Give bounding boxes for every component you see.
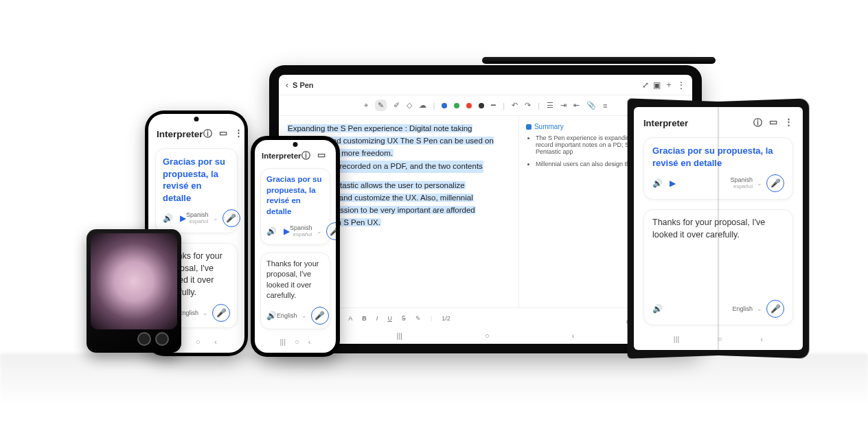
src-lang-sub: español bbox=[290, 232, 312, 237]
tablet-header: ‹ S Pen ⤢ ▣ ＋ ⋮ bbox=[279, 75, 692, 95]
flip-cameras bbox=[137, 332, 169, 346]
info-icon[interactable]: ⓘ bbox=[301, 150, 310, 162]
more-icon[interactable]: ⋮ bbox=[234, 128, 243, 140]
chevron-down-icon[interactable]: ⌄ bbox=[317, 228, 322, 235]
mic-button[interactable]: 🎤 bbox=[766, 174, 784, 192]
tgt-lang-label: English bbox=[277, 312, 297, 319]
nav-recent-icon[interactable]: ||| bbox=[674, 335, 680, 343]
floor-reflection bbox=[0, 353, 868, 429]
more-icon[interactable]: ⋮ bbox=[332, 150, 336, 162]
camera-dot bbox=[293, 142, 298, 147]
nav-home-icon[interactable]: ○ bbox=[196, 338, 201, 346]
layout-icon[interactable]: ▭ bbox=[317, 150, 326, 162]
mic-button[interactable]: 🎤 bbox=[326, 222, 336, 240]
speaker-icon[interactable]: 🔊 bbox=[163, 213, 173, 223]
undo-icon[interactable]: ↶ bbox=[512, 101, 518, 110]
source-card: Gracias por su propuesta, la revisé en d… bbox=[155, 148, 238, 233]
italic-icon[interactable]: I bbox=[376, 315, 378, 322]
speaker-icon[interactable]: 🔊 bbox=[652, 304, 663, 314]
font-icon[interactable]: A bbox=[348, 315, 352, 322]
nav-recent-icon[interactable]: ||| bbox=[397, 331, 403, 340]
align-icon[interactable]: ☰ bbox=[547, 101, 553, 110]
target-card: Thanks for your proposal, I've looked it… bbox=[260, 253, 330, 329]
info-icon[interactable]: ⓘ bbox=[203, 128, 212, 140]
target-text: Thanks for your proposal, I've looked it… bbox=[266, 259, 324, 301]
color-swatch-blue[interactable] bbox=[442, 103, 447, 108]
nav-back-icon[interactable]: ‹ bbox=[308, 338, 311, 346]
highlight-icon[interactable]: ✎ bbox=[415, 315, 421, 322]
fold-device: Interpreter ⓘ ▭ ⋮ Gracias por su propues… bbox=[628, 102, 808, 355]
speaker-icon[interactable]: 🔊 bbox=[266, 311, 277, 320]
info-icon[interactable]: ⓘ bbox=[753, 117, 762, 129]
app-title: Interpreter bbox=[643, 118, 688, 128]
app-title: Interpreter bbox=[262, 152, 301, 160]
source-card: Gracias por su propuesta, la revisé en d… bbox=[260, 168, 330, 245]
plus-icon[interactable]: ＋ bbox=[665, 79, 673, 91]
nav-back-icon[interactable]: ‹ bbox=[214, 338, 217, 346]
source-text: Gracias por su propuesta, la revisé en d… bbox=[163, 156, 230, 204]
tool-eraser-icon[interactable]: ◇ bbox=[407, 101, 412, 110]
attach-icon[interactable]: 📎 bbox=[586, 101, 596, 110]
chevron-down-icon[interactable]: ⌄ bbox=[203, 309, 208, 316]
layout-icon[interactable]: ▭ bbox=[769, 117, 777, 129]
color-swatch-red[interactable] bbox=[466, 103, 472, 108]
mic-button[interactable]: 🎤 bbox=[766, 300, 784, 318]
tool-select-icon[interactable]: ⌖ bbox=[364, 101, 368, 110]
tool-highlighter-icon[interactable]: ✐ bbox=[393, 101, 400, 110]
menu-icon[interactable]: ≡ bbox=[603, 102, 607, 110]
underline-icon[interactable]: U bbox=[387, 315, 392, 322]
stroke-icon[interactable]: ━ bbox=[491, 101, 496, 110]
play-icon[interactable]: ▶ bbox=[284, 226, 290, 236]
flip-cover-display bbox=[91, 233, 177, 329]
chevron-down-icon[interactable]: ⌄ bbox=[213, 215, 218, 222]
mic-button[interactable]: 🎤 bbox=[222, 209, 240, 227]
chevron-down-icon[interactable]: ⌄ bbox=[757, 180, 762, 187]
fold-crease bbox=[718, 107, 720, 350]
speaker-icon[interactable]: 🔊 bbox=[652, 178, 663, 188]
mic-button[interactable]: 🎤 bbox=[311, 307, 329, 325]
app-title: Interpreter bbox=[157, 129, 203, 139]
back-icon[interactable]: ‹ bbox=[286, 80, 288, 90]
zoom-label: 1/2 bbox=[442, 315, 450, 322]
window-icon[interactable]: ▣ bbox=[653, 80, 661, 90]
source-text: Gracias por su propuesta, la revisé en d… bbox=[266, 174, 324, 217]
src-lang-sub: español bbox=[730, 184, 753, 189]
tgt-lang-label: English bbox=[732, 305, 753, 312]
chevron-down-icon[interactable]: ⌄ bbox=[301, 312, 307, 319]
nav-back-icon[interactable]: ‹ bbox=[760, 335, 763, 343]
play-icon[interactable]: ▶ bbox=[180, 213, 186, 223]
outdent-icon[interactable]: ⇤ bbox=[573, 101, 580, 110]
more-icon[interactable]: ⋮ bbox=[677, 80, 685, 90]
speaker-icon[interactable]: 🔊 bbox=[266, 226, 277, 236]
phone-small-device: Interpreter ⓘ ▭ ⋮ Gracias por su propues… bbox=[251, 136, 340, 357]
color-swatch-black[interactable] bbox=[479, 103, 484, 108]
indent-icon[interactable]: ⇥ bbox=[560, 101, 567, 110]
breadcrumb: S Pen bbox=[293, 81, 314, 89]
expand-icon[interactable]: ⤢ bbox=[642, 80, 649, 90]
src-lang-sub: español bbox=[186, 219, 209, 224]
tool-cloud-icon[interactable]: ☁ bbox=[419, 101, 426, 110]
color-swatch-green[interactable] bbox=[454, 103, 459, 108]
nav-home-icon[interactable]: ○ bbox=[295, 338, 299, 346]
chevron-down-icon[interactable]: ⌄ bbox=[757, 305, 762, 312]
more-icon[interactable]: ⋮ bbox=[784, 117, 793, 129]
mic-button[interactable]: 🎤 bbox=[212, 304, 230, 322]
flip-device bbox=[87, 229, 181, 353]
play-icon[interactable]: ▶ bbox=[670, 178, 676, 188]
layout-icon[interactable]: ▭ bbox=[219, 128, 227, 140]
camera-dot bbox=[194, 117, 199, 121]
redo-icon[interactable]: ↷ bbox=[525, 101, 531, 110]
bold-icon[interactable]: B bbox=[362, 315, 367, 322]
nav-back-icon[interactable]: ‹ bbox=[572, 331, 575, 340]
strike-icon[interactable]: S̶ bbox=[402, 315, 406, 322]
tool-pen-icon[interactable]: ✎ bbox=[375, 100, 387, 111]
nav-home-icon[interactable]: ○ bbox=[485, 331, 490, 340]
nav-recent-icon[interactable]: ||| bbox=[280, 338, 286, 346]
